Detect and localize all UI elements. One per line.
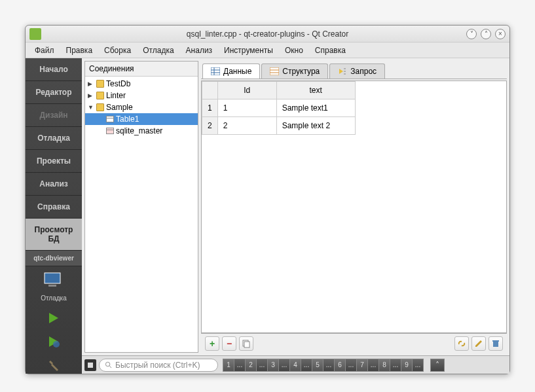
database-icon <box>96 103 104 111</box>
grid-icon <box>211 67 220 75</box>
svg-rect-9 <box>270 67 279 75</box>
tab-query[interactable]: Запрос <box>329 63 385 79</box>
pane-5[interactable]: 5 <box>312 359 323 372</box>
collapse-toggle[interactable]: ˄ <box>430 359 445 372</box>
debug-target-icon[interactable] <box>26 266 82 294</box>
data-toolbar: + − <box>201 333 507 353</box>
titlebar: qsql_linter.cpp - qt-creator-plugins - Q… <box>26 26 509 43</box>
pane-7[interactable]: 7 <box>356 359 368 372</box>
pane-1-more[interactable]: ... <box>234 359 246 372</box>
pane-2-more[interactable]: ... <box>256 359 268 372</box>
mode-help[interactable]: Справка <box>26 196 82 219</box>
run-debug-icon[interactable] <box>46 334 61 349</box>
menu-file[interactable]: Файл <box>29 44 60 57</box>
quick-search[interactable]: Быстрый поиск (Ctrl+K) <box>99 359 218 372</box>
mode-db-view[interactable]: Просмотр БД <box>26 219 82 251</box>
tab-structure[interactable]: Структура <box>261 63 328 79</box>
tree-node-sample[interactable]: ▼Sample <box>85 101 198 113</box>
pane-6-more[interactable]: ... <box>345 359 357 372</box>
menu-window[interactable]: Окно <box>280 44 308 57</box>
output-toggle[interactable] <box>84 359 96 371</box>
svg-line-21 <box>109 366 111 368</box>
mode-welcome[interactable]: Начало <box>26 58 82 81</box>
statusbar: Быстрый поиск (Ctrl+K) 1... 2... 3... 4.… <box>82 355 509 374</box>
pane-9-more[interactable]: ... <box>412 359 424 372</box>
row-header: 2 <box>202 117 218 135</box>
column-header-text[interactable]: text <box>276 82 355 99</box>
build-icon[interactable] <box>46 358 61 372</box>
pane-8-more[interactable]: ... <box>390 359 401 372</box>
tree-node-linter[interactable]: ▶Linter <box>85 90 198 101</box>
edit-button[interactable] <box>471 336 486 351</box>
pane-2[interactable]: 2 <box>245 359 257 372</box>
mode-analyze[interactable]: Анализ <box>26 173 82 196</box>
pane-6[interactable]: 6 <box>334 359 346 372</box>
link-icon <box>457 339 466 348</box>
trash-icon <box>491 339 500 348</box>
table-row[interactable]: 1 1 Sample text1 <box>202 99 356 117</box>
pencil-icon <box>474 339 483 348</box>
cell[interactable]: 2 <box>217 117 276 135</box>
tree-node-testdb[interactable]: ▶TestDb <box>85 78 198 90</box>
menu-tools[interactable]: Инструменты <box>219 44 278 57</box>
connections-header: Соединения <box>85 62 198 77</box>
connections-panel: Соединения ▶TestDb ▶Linter ▼Sample Table… <box>84 61 198 353</box>
tab-data[interactable]: Данные <box>202 63 260 79</box>
svg-marker-2 <box>49 313 58 323</box>
menubar: Файл Правка Сборка Отладка Анализ Инстру… <box>26 43 509 58</box>
tree-node-sqlite-master[interactable]: sqlite_master <box>85 125 198 137</box>
menu-edit[interactable]: Правка <box>61 44 98 57</box>
cell[interactable]: Sample text1 <box>276 99 355 117</box>
maximize-button[interactable]: ˄ <box>481 29 491 39</box>
menu-debug[interactable]: Отладка <box>138 44 179 57</box>
close-button[interactable]: × <box>495 29 506 39</box>
cell[interactable]: 1 <box>217 99 276 117</box>
structure-icon <box>270 67 279 75</box>
data-grid[interactable]: Id text 1 1 Sample text1 <box>201 80 507 333</box>
pane-9[interactable]: 9 <box>401 359 413 372</box>
remove-row-button[interactable]: − <box>222 336 236 351</box>
svg-point-4 <box>53 341 60 347</box>
output-panes: 1... 2... 3... 4... 5... 6... 7... 8... … <box>223 359 424 372</box>
menu-build[interactable]: Сборка <box>99 44 136 57</box>
column-header-id[interactable]: Id <box>217 82 276 99</box>
pane-4[interactable]: 4 <box>289 359 301 372</box>
menu-help[interactable]: Справка <box>310 44 351 57</box>
svg-rect-0 <box>45 273 60 283</box>
database-icon <box>96 92 104 99</box>
pane-3[interactable]: 3 <box>267 359 279 372</box>
mode-debug[interactable]: Отладка <box>26 127 82 150</box>
tree-node-table1[interactable]: Table1 <box>85 113 198 125</box>
mode-design[interactable]: Дизайн <box>26 104 82 127</box>
mode-projects[interactable]: Проекты <box>26 150 82 173</box>
add-row-button[interactable]: + <box>205 336 219 351</box>
project-selector[interactable]: qtc-dbviewer <box>26 251 82 266</box>
run-icon[interactable] <box>46 311 61 325</box>
pane-8[interactable]: 8 <box>378 359 390 372</box>
menu-analyze[interactable]: Анализ <box>181 44 218 57</box>
svg-marker-12 <box>339 69 343 74</box>
search-icon <box>105 361 112 368</box>
view-tabs: Данные Структура Запрос <box>201 61 507 79</box>
minimize-button[interactable]: ˅ <box>466 29 477 39</box>
cell[interactable]: Sample text 2 <box>276 117 355 135</box>
table-icon <box>106 128 114 134</box>
svg-rect-19 <box>492 340 499 342</box>
pane-5-more[interactable]: ... <box>323 359 335 372</box>
delete-button[interactable] <box>489 336 503 351</box>
mode-sidebar: Начало Редактор Дизайн Отладка Проекты А… <box>26 58 82 374</box>
pane-1[interactable]: 1 <box>223 359 234 372</box>
link-button[interactable] <box>454 336 469 351</box>
svg-point-20 <box>105 362 109 366</box>
copy-button[interactable] <box>239 336 253 351</box>
table-row[interactable]: 2 2 Sample text 2 <box>202 117 356 135</box>
mode-editor[interactable]: Редактор <box>26 81 82 104</box>
pane-3-more[interactable]: ... <box>278 359 290 372</box>
pane-7-more[interactable]: ... <box>367 359 379 372</box>
svg-rect-5 <box>211 67 220 75</box>
debug-label: Отладка <box>26 294 82 306</box>
data-panel: Данные Структура Запрос <box>201 61 507 353</box>
svg-rect-17 <box>244 342 249 347</box>
pane-4-more[interactable]: ... <box>301 359 312 372</box>
row-header: 1 <box>202 99 218 117</box>
